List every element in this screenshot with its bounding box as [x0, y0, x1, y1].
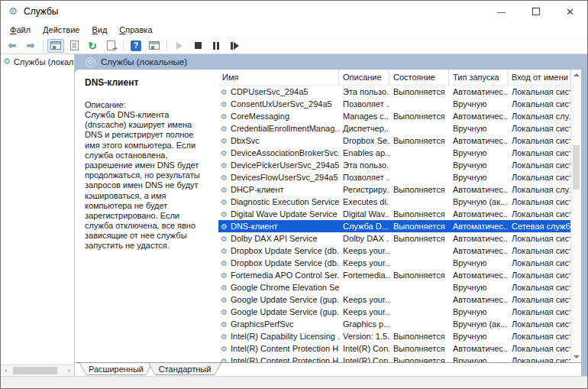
service-gear-icon: ⚙	[221, 271, 228, 280]
service-gear-icon: ⚙	[221, 222, 228, 231]
scroll-up-icon[interactable]	[571, 70, 581, 80]
service-startup-cell: Автоматичес...	[449, 344, 508, 353]
service-logon-cell: Локальная сист...	[508, 173, 570, 182]
column-header-3[interactable]: Тип запуска	[449, 70, 508, 85]
list-vertical-scrollbar[interactable]	[570, 70, 581, 362]
table-row[interactable]: ⚙Google Update Service (gup...Keeps your…	[218, 293, 570, 306]
scroll-track[interactable]	[11, 365, 63, 376]
service-startup-cell: Автоматичес...	[449, 209, 508, 219]
view-tab-standard[interactable]: Стандартный	[148, 363, 221, 375]
menu-item-1[interactable]: Действие	[37, 24, 86, 36]
toolbar-separator	[43, 40, 44, 52]
service-status-cell: Выполняется	[389, 222, 449, 231]
service-name-cell: ⚙Diagnostic Execution Service	[218, 197, 339, 206]
table-row[interactable]: ⚙Dropbox Update Service (db...Keeps your…	[218, 245, 570, 257]
table-row[interactable]: ⚙Diagnostic Execution ServiceExecutes di…	[218, 196, 570, 208]
service-startup-cell: Автоматичес...	[449, 222, 508, 231]
service-startup-cell: Вручную	[449, 332, 508, 341]
maximize-icon[interactable]	[519, 1, 553, 22]
table-row[interactable]: ⚙Intel(R) Content Protection H...Intel(R…	[218, 342, 570, 355]
table-row[interactable]: ⚙DevicePickerUserSvc_294a5Эта пользо...В…	[218, 159, 570, 171]
service-startup-cell: Вручную	[449, 148, 508, 157]
show-action-pane-icon[interactable]	[146, 39, 163, 53]
help-icon[interactable]: ?	[128, 39, 144, 53]
table-row[interactable]: ⚙CoreMessagingManages c...ВыполняетсяАвт…	[218, 110, 570, 122]
service-gear-icon: ⚙	[221, 198, 228, 206]
column-header-4[interactable]: Вход от имени	[508, 70, 570, 85]
tree-item-services-local[interactable]: ⚙ Службы (локальн	[1, 54, 74, 69]
service-description-cell: Keeps your...	[339, 258, 389, 267]
service-logon-cell: Локальная сист...	[508, 87, 570, 96]
service-logon-cell: Локальная сист...	[508, 99, 570, 109]
table-row[interactable]: ⚙Google Update Service (gup...Keeps your…	[218, 306, 570, 318]
service-description-cell: Keeps your...	[339, 307, 389, 316]
toolbar-separator	[166, 40, 167, 52]
menu-item-0[interactable]: Файл	[4, 24, 37, 36]
table-row[interactable]: ⚙ConsentUxUserSvc_294a5Позволяет ...Вруч…	[218, 98, 570, 110]
table-row[interactable]: ⚙DeviceAssociationBrokerSvc...Enables ap…	[218, 147, 570, 159]
service-startup-cell: Вручную	[449, 124, 508, 133]
view-tab-extended[interactable]: Расширенный	[79, 363, 153, 375]
table-row[interactable]: ⚙GraphicsPerfSvcGraphics p...Вручную (ак…	[218, 318, 570, 330]
service-gear-icon: ⚙	[221, 259, 228, 267]
service-description-cell: Executes di...	[339, 197, 389, 206]
table-row[interactable]: ⚙DNS-клиентСлужба D...ВыполняетсяАвтомат…	[218, 220, 570, 232]
table-row[interactable]: ⚙DbxSvcDropbox Se...ВыполняетсяАвтоматич…	[218, 135, 570, 147]
service-status-cell: Выполняется	[389, 271, 449, 280]
service-description-cell: Version: 1.5...	[339, 332, 389, 341]
scroll-right-icon[interactable]: ›	[63, 367, 74, 374]
properties-icon[interactable]	[66, 39, 82, 53]
service-description-cell: Intel(R) Con...	[339, 344, 389, 353]
service-logon-cell: Локальная сист...	[508, 234, 570, 243]
table-row[interactable]: ⚙DevicesFlowUserSvc_294a5Позволяет ...Вр…	[218, 171, 570, 183]
table-row[interactable]: ⚙Fortemedia APO Control Ser...Fortemedia…	[218, 269, 570, 281]
show-console-tree-icon[interactable]	[47, 39, 64, 53]
column-header-0[interactable]: Имя	[218, 70, 339, 85]
table-row[interactable]: ⚙Google Chrome Elevation Se...ВручнуюЛок…	[218, 281, 570, 293]
minimize-icon[interactable]: —	[484, 1, 519, 22]
menu-item-3[interactable]: Справка	[113, 24, 158, 36]
service-logon-cell: Локальная сист...	[508, 136, 570, 145]
list-header-row: ИмяОписаниеСостояниеТип запускаВход от и…	[218, 70, 570, 86]
service-logon-cell: Локальная сист...	[508, 295, 570, 304]
close-icon[interactable]: ✕	[553, 1, 587, 22]
stop-service-icon[interactable]	[189, 39, 206, 53]
table-row[interactable]: ⚙Intel(R) Capability Licensing ...Versio…	[218, 330, 570, 342]
scroll-down-icon[interactable]	[571, 352, 581, 362]
column-header-1[interactable]: Описание	[339, 70, 389, 85]
service-name-cell: ⚙CoreMessaging	[218, 112, 339, 121]
back-icon[interactable]: ⬅	[4, 39, 21, 53]
table-row[interactable]: ⚙Dolby DAX API ServiceDolby DAX ...Выпол…	[218, 232, 570, 245]
table-row[interactable]: ⚙Intel(R) Content Protection H...Intel(R…	[218, 355, 570, 362]
scroll-left-icon[interactable]: ‹	[1, 367, 11, 374]
service-name-cell: ⚙DeviceAssociationBrokerSvc...	[218, 148, 339, 157]
service-name-cell: ⚙Digital Wave Update Service	[218, 209, 339, 219]
forward-icon[interactable]: ➡	[22, 39, 39, 53]
service-name-cell: ⚙Google Update Service (gup...	[218, 307, 339, 316]
start-service-icon[interactable]	[171, 39, 188, 53]
scroll-thumb[interactable]	[573, 145, 580, 190]
refresh-icon[interactable]: ↻	[84, 39, 101, 53]
service-startup-cell: Вручную	[449, 258, 508, 267]
service-startup-cell: Автоматичес...	[449, 246, 508, 255]
column-header-2[interactable]: Состояние	[389, 70, 449, 85]
table-row[interactable]: ⚙Digital Wave Update ServiceDigital Wav.…	[218, 208, 570, 220]
table-row[interactable]: ⚙CredentialEnrollmentManag...Диспетчер..…	[218, 122, 570, 135]
scroll-thumb[interactable]	[13, 367, 57, 374]
table-row[interactable]: ⚙DHCP-клиентРегистриру...ВыполняетсяАвто…	[218, 183, 570, 196]
table-row[interactable]: ⚙Dropbox Update Service (db...Keeps your…	[218, 257, 570, 269]
service-description-cell: Регистриру...	[339, 185, 389, 194]
service-name-cell: ⚙Dropbox Update Service (db...	[218, 258, 339, 267]
console-tree-pane: ⚙ Службы (локальн ‹ ›	[1, 54, 75, 376]
scroll-track[interactable]	[571, 80, 581, 352]
restart-service-icon[interactable]	[226, 39, 243, 53]
export-list-icon[interactable]	[102, 39, 119, 53]
service-description-text: Служба DNS-клиента (dnscache) кэширует и…	[85, 110, 208, 251]
service-status-cell: Выполняется	[389, 136, 449, 145]
selected-service-name: DNS-клиент	[85, 77, 208, 88]
service-logon-cell: Локальная сист...	[508, 124, 570, 133]
menu-item-2[interactable]: Вид	[86, 24, 113, 36]
table-row[interactable]: ⚙CDPUserSvc_294a5Эта пользо...Выполняетс…	[218, 86, 570, 98]
tree-horizontal-scrollbar[interactable]: ‹ ›	[1, 365, 74, 376]
pause-service-icon[interactable]	[208, 39, 225, 53]
